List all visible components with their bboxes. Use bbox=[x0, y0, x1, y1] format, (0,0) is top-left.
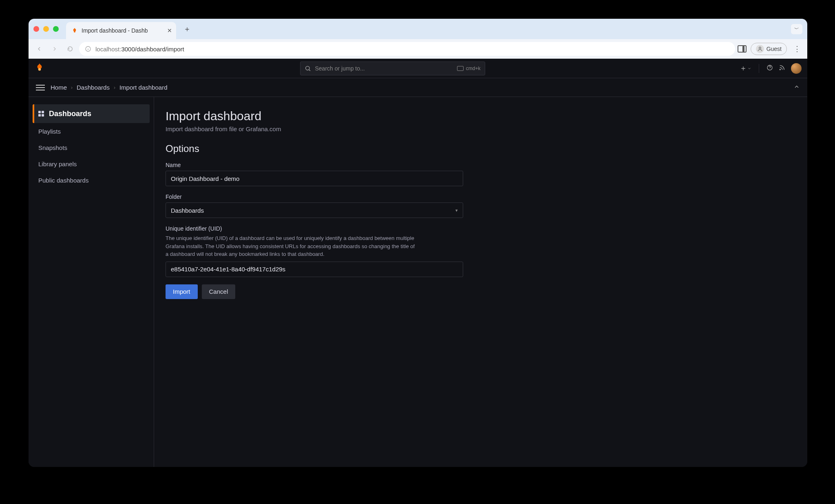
uid-help-text: The unique identifier (UID) of a dashboa… bbox=[166, 234, 418, 258]
search-input[interactable]: Search or jump to... cmd+k bbox=[300, 62, 485, 75]
tabs-dropdown-button[interactable]: ﹀ bbox=[791, 24, 802, 34]
sidebar-item-public-dashboards[interactable]: Public dashboards bbox=[33, 172, 150, 188]
chevron-right-icon: › bbox=[114, 85, 115, 90]
titlebar: Import dashboard - Dashb ✕ ＋ ﹀ bbox=[29, 19, 807, 39]
breadcrumb-current: Import dashboard bbox=[119, 84, 168, 91]
search-icon bbox=[305, 65, 311, 72]
name-input[interactable] bbox=[166, 171, 463, 186]
side-panel-icon[interactable] bbox=[738, 45, 747, 53]
sidebar-item-snapshots[interactable]: Snapshots bbox=[33, 139, 150, 156]
guest-avatar-icon bbox=[756, 45, 764, 53]
reload-button[interactable] bbox=[64, 42, 77, 55]
help-button[interactable] bbox=[767, 64, 773, 73]
url-input[interactable]: localhost:3000/dashboard/import bbox=[79, 42, 735, 56]
uid-input[interactable] bbox=[166, 262, 463, 277]
sidebar: Dashboards Playlists Snapshots Library p… bbox=[29, 97, 154, 467]
browser-tab[interactable]: Import dashboard - Dashb ✕ bbox=[66, 22, 176, 39]
address-bar: localhost:3000/dashboard/import Guest ⋮ bbox=[29, 39, 807, 59]
add-button[interactable] bbox=[740, 65, 751, 72]
breadcrumb-dashboards[interactable]: Dashboards bbox=[77, 84, 110, 91]
plus-icon bbox=[740, 65, 747, 72]
url-host: localhost: bbox=[95, 46, 121, 53]
maximize-window-button[interactable] bbox=[53, 26, 59, 32]
sidebar-item-library-panels[interactable]: Library panels bbox=[33, 156, 150, 172]
back-button[interactable] bbox=[33, 42, 46, 55]
close-tab-icon[interactable]: ✕ bbox=[167, 27, 172, 34]
browser-menu-button[interactable]: ⋮ bbox=[791, 44, 803, 53]
import-button[interactable]: Import bbox=[166, 284, 198, 299]
grafana-app: Search or jump to... cmd+k bbox=[29, 59, 807, 467]
folder-select[interactable]: Dashboards ▾ bbox=[166, 202, 463, 218]
folder-label: Folder bbox=[166, 194, 796, 200]
rss-icon bbox=[779, 64, 785, 71]
sidebar-item-playlists[interactable]: Playlists bbox=[33, 123, 150, 139]
browser-window: Import dashboard - Dashb ✕ ＋ ﹀ localhost… bbox=[29, 19, 807, 467]
name-label: Name bbox=[166, 162, 796, 168]
minimize-window-button[interactable] bbox=[43, 26, 49, 32]
tab-title: Import dashboard - Dashb bbox=[82, 27, 148, 34]
grafana-favicon bbox=[71, 27, 78, 34]
sidebar-item-label: Dashboards bbox=[49, 110, 91, 118]
svg-point-12 bbox=[780, 69, 780, 70]
chevron-right-icon: › bbox=[71, 85, 73, 90]
svg-point-0 bbox=[74, 31, 75, 33]
guest-label: Guest bbox=[767, 46, 782, 52]
uid-label: Unique identifier (UID) bbox=[166, 225, 796, 232]
cancel-button[interactable]: Cancel bbox=[202, 284, 236, 299]
page-subtitle: Import dashboard from file or Grafana.co… bbox=[166, 125, 796, 132]
close-window-button[interactable] bbox=[33, 26, 39, 32]
window-controls bbox=[33, 26, 59, 32]
dashboards-icon bbox=[38, 111, 44, 117]
breadcrumb: Home › Dashboards › Import dashboard bbox=[51, 84, 167, 91]
svg-point-4 bbox=[759, 47, 761, 49]
menu-toggle-button[interactable] bbox=[36, 85, 45, 90]
page-title: Import dashboard bbox=[166, 109, 796, 123]
chevron-up-icon bbox=[793, 84, 800, 90]
url-path: 3000/dashboard/import bbox=[121, 46, 184, 53]
svg-point-5 bbox=[38, 68, 41, 71]
svg-point-6 bbox=[305, 66, 309, 70]
grafana-logo-icon[interactable] bbox=[34, 62, 45, 75]
chevron-down-icon bbox=[747, 66, 751, 70]
search-shortcut: cmd+k bbox=[466, 66, 481, 71]
grafana-topbar: Search or jump to... cmd+k bbox=[29, 59, 807, 78]
folder-value: Dashboards bbox=[171, 207, 204, 214]
sidebar-item-dashboards[interactable]: Dashboards bbox=[33, 104, 150, 123]
keyboard-icon bbox=[457, 66, 464, 71]
profile-chip[interactable]: Guest bbox=[751, 43, 787, 55]
svg-line-7 bbox=[309, 69, 310, 70]
new-tab-button[interactable]: ＋ bbox=[179, 22, 195, 35]
breadcrumb-home[interactable]: Home bbox=[51, 84, 67, 91]
info-icon bbox=[85, 46, 91, 52]
options-heading: Options bbox=[166, 143, 796, 154]
main-content: Import dashboard Import dashboard from f… bbox=[154, 97, 807, 467]
chevron-down-icon: ▾ bbox=[455, 208, 458, 213]
search-placeholder: Search or jump to... bbox=[315, 65, 365, 72]
user-avatar[interactable] bbox=[791, 63, 802, 74]
collapse-button[interactable] bbox=[793, 84, 800, 92]
news-button[interactable] bbox=[779, 64, 785, 73]
forward-button[interactable] bbox=[48, 42, 61, 55]
help-icon bbox=[767, 64, 773, 71]
breadcrumb-bar: Home › Dashboards › Import dashboard bbox=[29, 78, 807, 97]
